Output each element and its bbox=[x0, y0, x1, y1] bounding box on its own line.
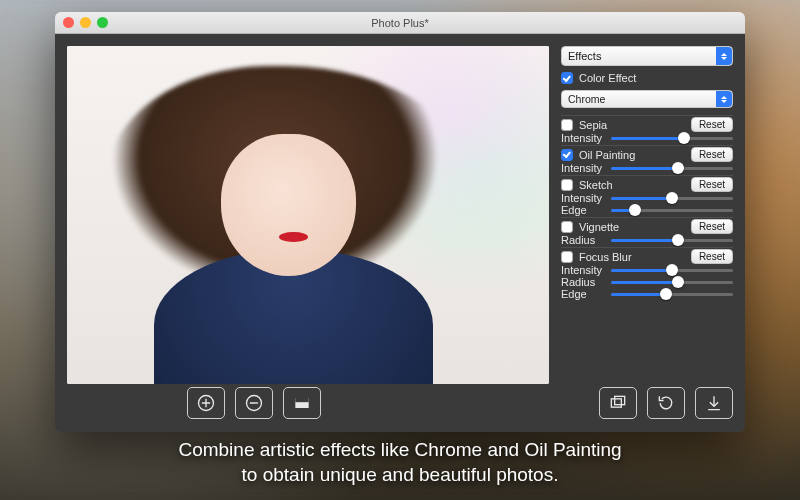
minimize-icon[interactable] bbox=[80, 17, 91, 28]
oil-checkbox[interactable] bbox=[561, 149, 573, 161]
focusBlur-header: Focus BlurReset bbox=[561, 249, 733, 264]
zoom-in-button[interactable] bbox=[187, 387, 225, 419]
separator bbox=[561, 115, 733, 116]
separator bbox=[561, 247, 733, 248]
vignette-label: Vignette bbox=[579, 221, 685, 233]
chevron-updown-icon bbox=[716, 47, 732, 65]
vignette-radius-label: Radius bbox=[561, 234, 605, 246]
plus-circle-icon bbox=[196, 393, 216, 413]
slider-thumb[interactable] bbox=[666, 192, 678, 204]
zoom-cluster bbox=[187, 387, 321, 419]
window-controls bbox=[63, 17, 108, 28]
focusBlur-reset-button[interactable]: Reset bbox=[691, 249, 733, 264]
focusBlur-radius-label: Radius bbox=[561, 276, 605, 288]
sketch-edge-row: Edge bbox=[561, 204, 733, 216]
rotate-icon bbox=[656, 393, 676, 413]
color-effect-row: Color Effect bbox=[561, 72, 733, 84]
slider-track bbox=[611, 137, 733, 140]
effects-dropdown-label: Effects bbox=[568, 50, 601, 62]
vignette-checkbox[interactable] bbox=[561, 221, 573, 233]
window-title: Photo Plus* bbox=[55, 17, 745, 29]
vignette-radius-row: Radius bbox=[561, 234, 733, 246]
photo-preview bbox=[67, 46, 549, 384]
focusBlur-label: Focus Blur bbox=[579, 251, 685, 263]
sketch-edge-label: Edge bbox=[561, 204, 605, 216]
focusBlur-edge-row: Edge bbox=[561, 288, 733, 300]
slider-thumb[interactable] bbox=[629, 204, 641, 216]
sepia-intensity-row: Intensity bbox=[561, 132, 733, 144]
color-effect-value: Chrome bbox=[568, 93, 605, 105]
sketch-intensity-label: Intensity bbox=[561, 192, 605, 204]
focusBlur-checkbox[interactable] bbox=[561, 251, 573, 263]
sketch-reset-button[interactable]: Reset bbox=[691, 177, 733, 192]
svg-rect-3 bbox=[295, 398, 308, 402]
slider-track bbox=[611, 293, 733, 296]
sketch-label: Sketch bbox=[579, 179, 685, 191]
vignette-header: VignetteReset bbox=[561, 219, 733, 234]
focusBlur-intensity-slider[interactable] bbox=[611, 264, 733, 276]
oil-reset-button[interactable]: Reset bbox=[691, 147, 733, 162]
separator bbox=[561, 175, 733, 176]
sepia-reset-button[interactable]: Reset bbox=[691, 117, 733, 132]
color-effect-label: Color Effect bbox=[579, 72, 636, 84]
slider-thumb[interactable] bbox=[672, 276, 684, 288]
slider-thumb[interactable] bbox=[672, 234, 684, 246]
sketch-edge-slider[interactable] bbox=[611, 204, 733, 216]
fit-icon bbox=[292, 393, 312, 413]
oil-intensity-label: Intensity bbox=[561, 162, 605, 174]
zoom-icon[interactable] bbox=[97, 17, 108, 28]
effects-panel: Effects Color Effect Chrome SepiaResetIn… bbox=[561, 46, 733, 384]
slider-thumb[interactable] bbox=[678, 132, 690, 144]
window-body: Effects Color Effect Chrome SepiaResetIn… bbox=[55, 34, 745, 384]
vignette-radius-slider[interactable] bbox=[611, 234, 733, 246]
sepia-label: Sepia bbox=[579, 119, 685, 131]
export-button[interactable] bbox=[695, 387, 733, 419]
focusBlur-edge-label: Edge bbox=[561, 288, 605, 300]
sepia-intensity-label: Intensity bbox=[561, 132, 605, 144]
app-window: Photo Plus* Effects Color Effect Chrome bbox=[55, 12, 745, 432]
separator bbox=[561, 217, 733, 218]
caption-line-2: to obtain unique and beautiful photos. bbox=[0, 462, 800, 488]
svg-rect-5 bbox=[615, 396, 625, 404]
sepia-intensity-slider[interactable] bbox=[611, 132, 733, 144]
caption-line-1: Combine artistic effects like Chrome and… bbox=[0, 437, 800, 463]
effects-dropdown[interactable]: Effects bbox=[561, 46, 733, 66]
minus-circle-icon bbox=[244, 393, 264, 413]
focusBlur-edge-slider[interactable] bbox=[611, 288, 733, 300]
slider-thumb[interactable] bbox=[666, 264, 678, 276]
zoom-out-button[interactable] bbox=[235, 387, 273, 419]
fit-button[interactable] bbox=[283, 387, 321, 419]
sketch-intensity-slider[interactable] bbox=[611, 192, 733, 204]
download-icon bbox=[704, 393, 724, 413]
close-icon[interactable] bbox=[63, 17, 74, 28]
svg-rect-4 bbox=[611, 399, 621, 407]
slider-thumb[interactable] bbox=[660, 288, 672, 300]
images-icon bbox=[608, 393, 628, 413]
color-effect-checkbox[interactable] bbox=[561, 72, 573, 84]
rotate-button[interactable] bbox=[647, 387, 685, 419]
oil-label: Oil Painting bbox=[579, 149, 685, 161]
focusBlur-radius-row: Radius bbox=[561, 276, 733, 288]
bottom-toolbar bbox=[55, 384, 745, 432]
oil-intensity-slider[interactable] bbox=[611, 162, 733, 174]
sketch-header: SketchReset bbox=[561, 177, 733, 192]
sketch-checkbox[interactable] bbox=[561, 179, 573, 191]
chevron-updown-icon bbox=[716, 91, 732, 107]
focusBlur-intensity-label: Intensity bbox=[561, 264, 605, 276]
compare-button[interactable] bbox=[599, 387, 637, 419]
focusBlur-intensity-row: Intensity bbox=[561, 264, 733, 276]
oil-header: Oil PaintingReset bbox=[561, 147, 733, 162]
vignette-reset-button[interactable]: Reset bbox=[691, 219, 733, 234]
titlebar[interactable]: Photo Plus* bbox=[55, 12, 745, 34]
color-effect-select[interactable]: Chrome bbox=[561, 90, 733, 108]
slider-thumb[interactable] bbox=[672, 162, 684, 174]
focusBlur-radius-slider[interactable] bbox=[611, 276, 733, 288]
sepia-header: SepiaReset bbox=[561, 117, 733, 132]
image-canvas[interactable] bbox=[67, 46, 549, 384]
oil-intensity-row: Intensity bbox=[561, 162, 733, 174]
sketch-intensity-row: Intensity bbox=[561, 192, 733, 204]
separator bbox=[561, 145, 733, 146]
sepia-checkbox[interactable] bbox=[561, 119, 573, 131]
marketing-caption: Combine artistic effects like Chrome and… bbox=[0, 437, 800, 488]
